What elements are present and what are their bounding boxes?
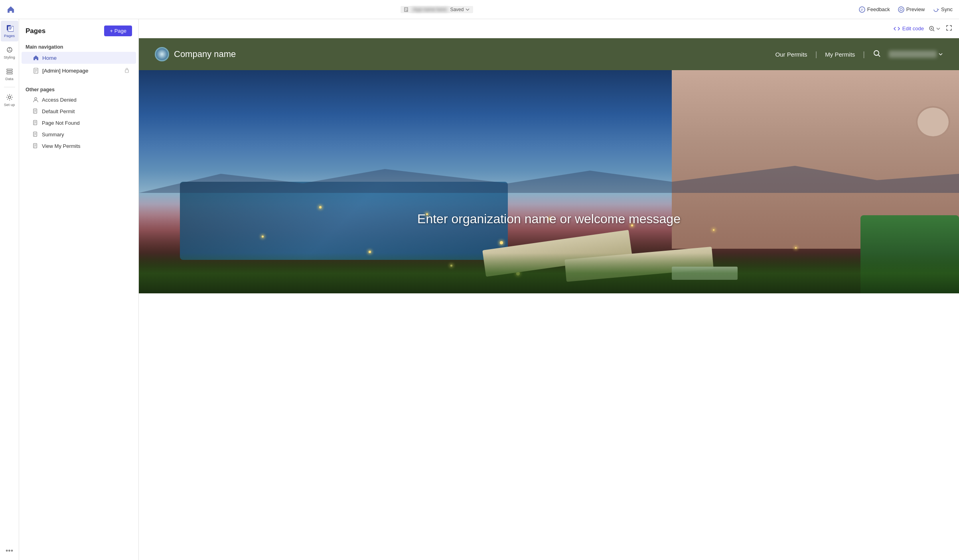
portal-logo-icon bbox=[155, 47, 169, 61]
page-not-found-label: Page Not Found bbox=[42, 120, 80, 126]
portal-nav-separator-2: | bbox=[863, 50, 865, 59]
nav-item-page-not-found[interactable]: Page Not Found bbox=[22, 118, 136, 128]
preview-label: Preview bbox=[906, 6, 925, 12]
svg-point-6 bbox=[900, 8, 902, 11]
other-pages-label: Other pages bbox=[19, 84, 138, 94]
svg-rect-14 bbox=[7, 71, 12, 72]
content-area: Edit code bbox=[139, 19, 959, 560]
top-bar-center: App name here Saved bbox=[401, 6, 473, 13]
main-layout: Pages Styling Data Set up bbox=[0, 19, 959, 560]
nav-item-access-denied[interactable]: Access Denied bbox=[22, 94, 136, 105]
edit-code-button[interactable]: Edit code bbox=[894, 26, 924, 32]
home-nav-icon bbox=[33, 55, 39, 61]
svg-rect-20 bbox=[35, 72, 36, 72]
top-bar: App name here Saved Feedback Preview bbox=[0, 0, 959, 19]
portal-company-name: Company name bbox=[174, 49, 236, 59]
hero-section[interactable]: Enter organization name or welcome messa… bbox=[139, 70, 959, 293]
default-permit-label: Default Permit bbox=[42, 108, 75, 114]
svg-rect-3 bbox=[405, 10, 406, 11]
nav-item-admin-homepage[interactable]: [Admin] Homepage bbox=[22, 65, 136, 77]
view-my-permits-icon bbox=[33, 143, 39, 149]
summary-page-icon bbox=[33, 132, 39, 138]
svg-rect-34 bbox=[34, 135, 36, 136]
mountain-silhouette bbox=[139, 161, 959, 193]
styling-icon bbox=[6, 46, 14, 54]
save-label: Saved bbox=[450, 7, 464, 12]
sidebar-panel: Pages + Page Main navigation Home ··· [A… bbox=[19, 19, 139, 560]
page-icon bbox=[33, 68, 39, 74]
pages-label: Pages bbox=[4, 33, 15, 38]
edit-code-icon bbox=[894, 26, 900, 32]
feedback-label: Feedback bbox=[867, 6, 890, 12]
icon-bar: Pages Styling Data Set up bbox=[0, 19, 19, 560]
svg-rect-21 bbox=[125, 70, 128, 73]
portal-logo: Company name bbox=[155, 47, 236, 61]
portal-nav: Our Permits | My Permits | bbox=[775, 49, 943, 59]
expand-button[interactable] bbox=[945, 24, 953, 33]
svg-point-12 bbox=[9, 48, 10, 49]
data-label: Data bbox=[5, 77, 13, 81]
portal-user-menu[interactable] bbox=[889, 51, 943, 58]
content-toolbar: Edit code bbox=[139, 19, 959, 38]
top-bar-left bbox=[6, 5, 15, 14]
nav-item-home[interactable]: Home ··· bbox=[22, 52, 136, 64]
portal-user-name bbox=[889, 51, 937, 58]
summary-label: Summary bbox=[42, 132, 64, 138]
preview-icon bbox=[898, 6, 904, 13]
garden-grass bbox=[139, 253, 959, 293]
svg-rect-38 bbox=[34, 147, 36, 147]
svg-rect-28 bbox=[34, 122, 36, 122]
sidebar-item-data[interactable]: Data bbox=[1, 64, 18, 84]
file-icon bbox=[404, 7, 409, 12]
svg-rect-30 bbox=[34, 124, 36, 124]
svg-rect-10 bbox=[9, 29, 11, 29]
home-label: Home bbox=[42, 55, 57, 61]
light-dot-5 bbox=[500, 241, 503, 244]
add-page-button[interactable]: + Page bbox=[104, 26, 132, 36]
svg-rect-15 bbox=[7, 73, 12, 74]
svg-rect-19 bbox=[35, 71, 37, 71]
pages-icon bbox=[6, 24, 14, 32]
sidebar-header: Pages + Page bbox=[19, 19, 138, 41]
chevron-down-icon[interactable] bbox=[465, 7, 470, 12]
portal-search-icon[interactable] bbox=[873, 49, 881, 59]
icon-bar-separator bbox=[4, 87, 15, 87]
svg-point-40 bbox=[874, 51, 879, 55]
preview-canvas[interactable]: Company name Our Permits | My Permits | bbox=[139, 38, 959, 560]
styling-label: Styling bbox=[4, 55, 15, 59]
portal-nav-separator-1: | bbox=[815, 50, 817, 59]
sidebar-item-setup[interactable]: Set up bbox=[1, 90, 18, 110]
admin-homepage-label: [Admin] Homepage bbox=[42, 68, 89, 74]
svg-rect-9 bbox=[9, 28, 12, 28]
svg-rect-1 bbox=[405, 8, 407, 9]
lock-icon bbox=[124, 67, 130, 74]
hero-text[interactable]: Enter organization name or welcome messa… bbox=[139, 212, 959, 226]
svg-rect-32 bbox=[34, 133, 36, 134]
user-icon bbox=[33, 97, 39, 103]
svg-rect-29 bbox=[34, 123, 36, 123]
setup-label: Set up bbox=[4, 102, 15, 107]
edit-code-label: Edit code bbox=[902, 26, 924, 31]
feedback-button[interactable]: Feedback bbox=[859, 6, 890, 13]
setup-icon bbox=[6, 93, 14, 101]
svg-rect-37 bbox=[34, 146, 36, 146]
preview-button[interactable]: Preview bbox=[898, 6, 925, 13]
portal-nav-my-permits[interactable]: My Permits bbox=[825, 51, 855, 58]
portal-nav-our-permits[interactable]: Our Permits bbox=[775, 51, 807, 58]
default-permit-page-icon bbox=[33, 108, 39, 114]
portal-user-chevron-icon bbox=[938, 52, 943, 57]
zoom-control[interactable] bbox=[929, 26, 941, 32]
home-icon[interactable] bbox=[6, 5, 15, 14]
sidebar-item-styling[interactable]: Styling bbox=[1, 42, 18, 63]
sync-button[interactable]: Sync bbox=[933, 6, 953, 13]
svg-rect-18 bbox=[35, 69, 37, 70]
svg-rect-13 bbox=[7, 69, 12, 70]
nav-item-view-my-permits[interactable]: View My Permits bbox=[22, 141, 136, 151]
nav-item-default-permit[interactable]: Default Permit bbox=[22, 106, 136, 117]
house-circular-window bbox=[916, 106, 950, 138]
more-options[interactable]: ••• bbox=[6, 547, 13, 560]
sidebar-item-pages[interactable]: Pages bbox=[1, 21, 18, 41]
nav-item-summary[interactable]: Summary bbox=[22, 129, 136, 140]
sync-label: Sync bbox=[941, 6, 953, 12]
svg-rect-33 bbox=[34, 134, 36, 135]
